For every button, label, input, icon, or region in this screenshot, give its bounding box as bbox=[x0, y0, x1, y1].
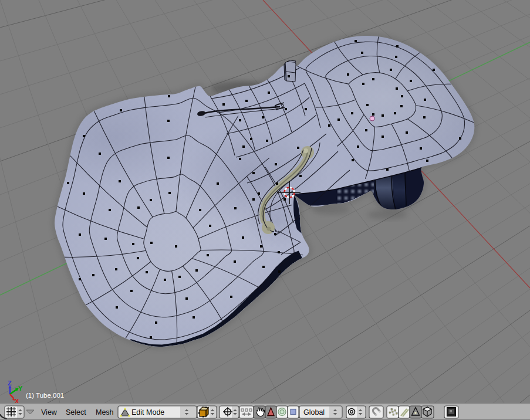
svg-text:Z: Z bbox=[8, 380, 12, 387]
svg-text:Global: Global bbox=[303, 408, 325, 416]
svg-text:Edit Mode: Edit Mode bbox=[131, 408, 164, 416]
svg-text:(1) Tube.001: (1) Tube.001 bbox=[26, 392, 64, 399]
svg-text:Select: Select bbox=[66, 408, 86, 416]
svg-text:Mesh: Mesh bbox=[96, 408, 114, 416]
svg-text:Y: Y bbox=[18, 385, 23, 392]
svg-text:View: View bbox=[41, 408, 58, 416]
